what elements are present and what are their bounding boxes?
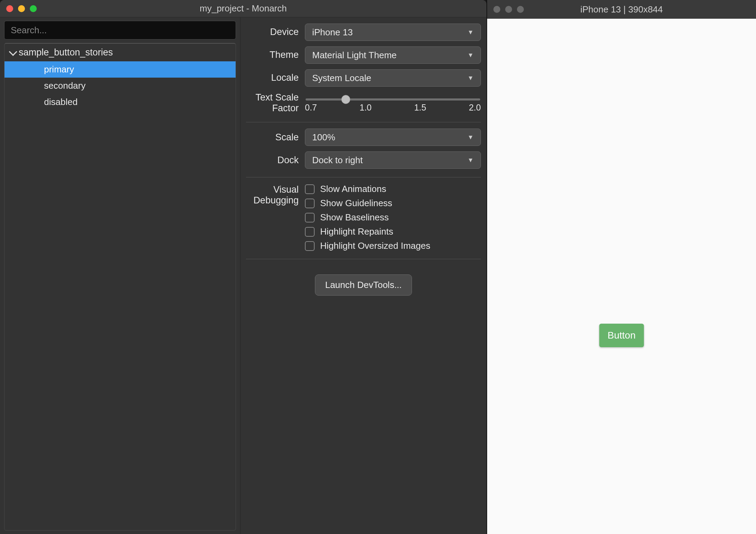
divider xyxy=(246,177,481,177)
story-item-label: disabled xyxy=(44,97,78,107)
window-title: my_project - Monarch xyxy=(200,3,287,14)
slider-tick: 2.0 xyxy=(469,103,481,113)
checkbox-icon xyxy=(305,213,315,222)
close-icon[interactable] xyxy=(6,5,13,12)
locale-value: System Locale xyxy=(312,73,371,84)
chevron-down-icon xyxy=(9,47,15,58)
dock-dropdown[interactable]: Dock to right ▼ xyxy=(305,151,481,169)
check-label: Highlight Repaints xyxy=(320,226,393,237)
caret-down-icon: ▼ xyxy=(467,75,474,82)
slider-tick: 1.0 xyxy=(360,103,372,113)
check-slow-animations[interactable]: Slow Animations xyxy=(305,184,481,194)
preview-window: iPhone 13 | 390x844 Button xyxy=(486,0,756,534)
device-label: Device xyxy=(246,27,305,37)
check-label: Show Guideliness xyxy=(320,198,392,209)
monarch-window: my_project - Monarch sample_button_stori… xyxy=(0,0,486,534)
divider xyxy=(246,259,481,259)
locale-dropdown[interactable]: System Locale ▼ xyxy=(305,69,481,87)
check-highlight-oversized-images[interactable]: Highlight Oversized Images xyxy=(305,240,481,251)
checkbox-icon xyxy=(305,227,315,237)
story-item-label: secondary xyxy=(44,80,86,91)
close-icon[interactable] xyxy=(493,6,500,13)
check-show-baselines[interactable]: Show Baseliness xyxy=(305,212,481,223)
scale-dropdown[interactable]: 100% ▼ xyxy=(305,129,481,146)
devtools-button-label: Launch DevTools... xyxy=(325,280,402,290)
device-value: iPhone 13 xyxy=(312,27,353,38)
launch-devtools-button[interactable]: Launch DevTools... xyxy=(315,274,412,296)
preview-sample-button[interactable]: Button xyxy=(599,324,644,347)
dock-value: Dock to right xyxy=(312,155,363,166)
story-tree: sample_button_stories primary secondary … xyxy=(4,43,236,531)
text-scale-slider[interactable] xyxy=(306,98,480,100)
scale-value: 100% xyxy=(312,132,335,143)
theme-value: Material Light Theme xyxy=(312,50,397,61)
story-item-primary[interactable]: primary xyxy=(5,61,236,78)
caret-down-icon: ▼ xyxy=(467,134,474,141)
caret-down-icon: ▼ xyxy=(467,29,474,36)
slider-tick: 0.7 xyxy=(305,103,317,113)
dock-label: Dock xyxy=(246,155,305,166)
monarch-titlebar: my_project - Monarch xyxy=(0,0,486,17)
preview-traffic-lights xyxy=(493,6,524,13)
preview-button-label: Button xyxy=(608,330,636,341)
slider-ticks: 0.7 1.0 1.5 2.0 xyxy=(305,103,481,113)
slider-tick: 1.5 xyxy=(414,103,426,113)
search-input[interactable] xyxy=(4,21,236,40)
locale-label: Locale xyxy=(246,72,305,83)
caret-down-icon: ▼ xyxy=(467,52,474,59)
check-show-guidelines[interactable]: Show Guideliness xyxy=(305,198,481,209)
story-item-disabled[interactable]: disabled xyxy=(5,94,236,110)
story-item-secondary[interactable]: secondary xyxy=(5,78,236,94)
checkbox-icon xyxy=(305,199,315,208)
check-label: Highlight Oversized Images xyxy=(320,240,430,251)
theme-dropdown[interactable]: Material Light Theme ▼ xyxy=(305,46,481,64)
check-label: Slow Animations xyxy=(320,184,386,194)
divider xyxy=(246,122,481,122)
minimize-icon[interactable] xyxy=(18,5,25,12)
sidebar: sample_button_stories primary secondary … xyxy=(0,17,240,534)
story-item-label: primary xyxy=(44,64,74,75)
traffic-lights xyxy=(6,5,37,12)
story-group-header[interactable]: sample_button_stories xyxy=(5,44,236,61)
maximize-icon[interactable] xyxy=(30,5,37,12)
preview-titlebar: iPhone 13 | 390x844 xyxy=(487,0,756,19)
checkbox-icon xyxy=(305,241,315,251)
scale-label: Scale xyxy=(246,132,305,143)
story-group-label: sample_button_stories xyxy=(19,47,113,58)
text-scale-label: Text Scale Factor xyxy=(246,92,305,114)
minimize-icon[interactable] xyxy=(505,6,512,13)
check-label: Show Baseliness xyxy=(320,212,389,223)
visual-debugging-label: Visual Debugging xyxy=(246,184,305,206)
checkbox-icon xyxy=(305,184,315,194)
theme-label: Theme xyxy=(246,50,305,60)
maximize-icon[interactable] xyxy=(517,6,524,13)
slider-thumb[interactable] xyxy=(341,95,350,104)
preview-title: iPhone 13 | 390x844 xyxy=(580,4,663,15)
settings-panel: Device iPhone 13 ▼ Theme Material Light … xyxy=(240,17,486,534)
device-dropdown[interactable]: iPhone 13 ▼ xyxy=(305,24,481,41)
preview-body: Button xyxy=(487,19,756,534)
check-highlight-repaints[interactable]: Highlight Repaints xyxy=(305,226,481,237)
caret-down-icon: ▼ xyxy=(467,157,474,164)
